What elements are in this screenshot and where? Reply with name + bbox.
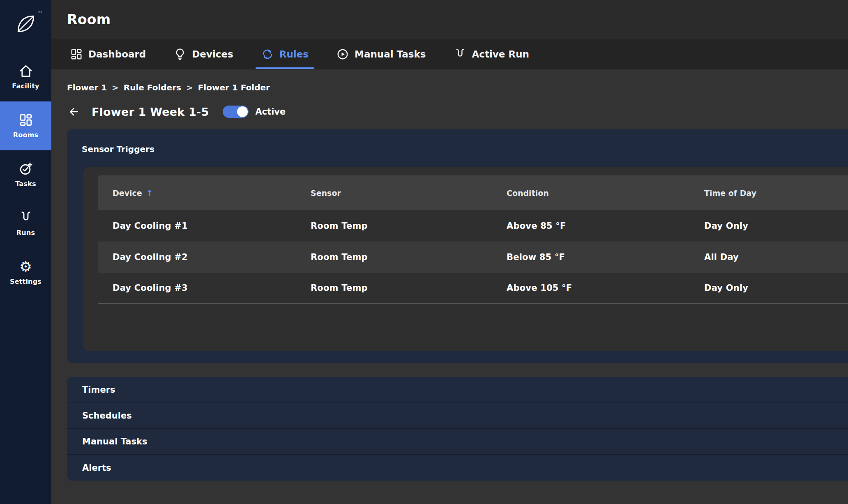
cell-device: Day Cooling #2: [98, 252, 296, 262]
lightbulb-icon: [174, 48, 186, 60]
table-header-row: Device ↑ Sensor Condition Time of Day: [98, 175, 848, 210]
table-row[interactable]: Day Cooling #3 Room Temp Above 105 °F Da…: [98, 273, 848, 304]
sort-ascending-icon: ↑: [146, 188, 153, 198]
breadcrumb-item-room[interactable]: Flower 1: [67, 83, 107, 92]
section-manual-tasks[interactable]: Manual Tasks: [67, 429, 848, 455]
tab-bar: Dashboard Devices: [51, 39, 848, 69]
column-label: Sensor: [311, 189, 341, 198]
toggle-label: Active: [255, 107, 286, 117]
cell-time-of-day: Day Only: [689, 283, 848, 293]
tab-active-run[interactable]: Active Run: [452, 39, 532, 69]
sidebar-nav: Facility Rooms: [0, 53, 51, 297]
run-icon: [19, 211, 33, 225]
tab-manual-tasks[interactable]: Manual Tasks: [334, 39, 429, 69]
section-timers[interactable]: Timers: [67, 377, 848, 403]
sensor-triggers-panel: Sensor Triggers Device ↑ Sensor: [67, 129, 848, 363]
sidebar-item-facility[interactable]: Facility: [0, 53, 51, 101]
page-title-room: Room: [67, 12, 111, 28]
sidebar-item-label: Runs: [16, 229, 35, 237]
rule-name-title: Flower 1 Week 1-5: [92, 106, 209, 118]
breadcrumb: Flower 1 > Rule Folders > Flower 1 Folde…: [67, 83, 848, 92]
cell-time-of-day: Day Only: [689, 221, 848, 231]
cell-device: Day Cooling #3: [98, 283, 296, 293]
breadcrumb-separator: >: [112, 83, 119, 92]
page-header: Room: [51, 0, 848, 39]
tab-label: Manual Tasks: [355, 49, 426, 60]
sidebar-item-rooms[interactable]: Rooms: [0, 101, 51, 150]
sidebar-item-runs[interactable]: Runs: [0, 199, 51, 248]
cell-sensor: Room Temp: [296, 252, 492, 262]
section-alerts[interactable]: Alerts: [67, 455, 848, 481]
sync-icon: [261, 48, 274, 60]
column-header-sensor[interactable]: Sensor: [296, 189, 492, 198]
tab-devices[interactable]: Devices: [171, 39, 236, 69]
active-toggle[interactable]: [223, 106, 249, 118]
tab-rules[interactable]: Rules: [259, 39, 311, 69]
sidebar-item-label: Settings: [10, 278, 41, 285]
run-icon: [454, 48, 466, 60]
breadcrumb-item-rule-folders[interactable]: Rule Folders: [124, 83, 181, 92]
trademark-mark: ™: [38, 11, 42, 16]
sidebar-item-label: Rooms: [13, 131, 39, 139]
cell-sensor: Room Temp: [296, 221, 492, 231]
rooms-grid-icon: [19, 113, 33, 127]
tab-label: Rules: [279, 49, 309, 60]
column-header-condition[interactable]: Condition: [492, 189, 689, 198]
content-area: Flower 1 > Rule Folders > Flower 1 Folde…: [51, 69, 848, 504]
table-row[interactable]: Day Cooling #2 Room Temp Below 85 °F All…: [98, 242, 848, 273]
tab-label: Active Run: [472, 49, 529, 60]
sidebar-item-label: Tasks: [15, 180, 36, 188]
gear-icon: ⚙: [19, 260, 32, 274]
cell-device: Day Cooling #1: [98, 221, 296, 231]
section-label: Timers: [82, 385, 115, 395]
app-root: ™ Facility: [0, 0, 848, 504]
cell-time-of-day: All Day: [689, 252, 848, 262]
main-area: Room Dashboard: [51, 0, 848, 504]
task-check-icon: [19, 162, 33, 176]
sidebar-item-settings[interactable]: ⚙ Settings: [0, 248, 51, 297]
leaf-logo-icon: [14, 12, 37, 35]
column-header-time-of-day[interactable]: Time of Day: [689, 189, 848, 198]
section-schedules[interactable]: Schedules: [67, 403, 848, 429]
breadcrumb-separator: >: [186, 83, 193, 92]
column-label: Condition: [507, 189, 549, 198]
column-label: Time of Day: [704, 189, 756, 198]
cell-condition: Above 105 °F: [492, 283, 689, 293]
sensor-triggers-title: Sensor Triggers: [82, 144, 848, 154]
section-label: Schedules: [82, 411, 132, 421]
home-icon: [19, 64, 33, 78]
section-label: Manual Tasks: [82, 437, 147, 446]
rule-title-row: Flower 1 Week 1-5 Active: [67, 105, 848, 119]
sensor-triggers-card: Device ↑ Sensor Condition Time of Day: [83, 167, 848, 351]
toggle-knob: [237, 106, 248, 117]
tab-dashboard[interactable]: Dashboard: [68, 39, 148, 69]
arrow-left-icon: [68, 106, 80, 118]
breadcrumb-item-current-folder: Flower 1 Folder: [198, 83, 270, 92]
app-logo[interactable]: ™: [0, 0, 51, 44]
column-label: Device: [113, 189, 142, 198]
sensor-triggers-table: Device ↑ Sensor Condition Time of Day: [98, 175, 848, 304]
section-label: Alerts: [82, 463, 111, 473]
table-row[interactable]: Day Cooling #1 Room Temp Above 85 °F Day…: [98, 210, 848, 242]
cell-sensor: Room Temp: [296, 283, 492, 293]
sidebar-item-label: Facility: [12, 82, 39, 90]
dashboard-grid-icon: [70, 48, 83, 60]
play-circle-icon: [336, 48, 349, 60]
back-button[interactable]: [67, 105, 81, 119]
tab-label: Dashboard: [88, 49, 146, 60]
sidebar: ™ Facility: [0, 0, 51, 504]
collapsed-sections-panel: Timers Schedules Manual Tasks Alerts: [67, 377, 848, 481]
sidebar-item-tasks[interactable]: Tasks: [0, 150, 51, 199]
column-header-device[interactable]: Device ↑: [98, 188, 296, 198]
cell-condition: Above 85 °F: [492, 221, 689, 231]
cell-condition: Below 85 °F: [492, 252, 689, 262]
tab-label: Devices: [192, 49, 233, 60]
